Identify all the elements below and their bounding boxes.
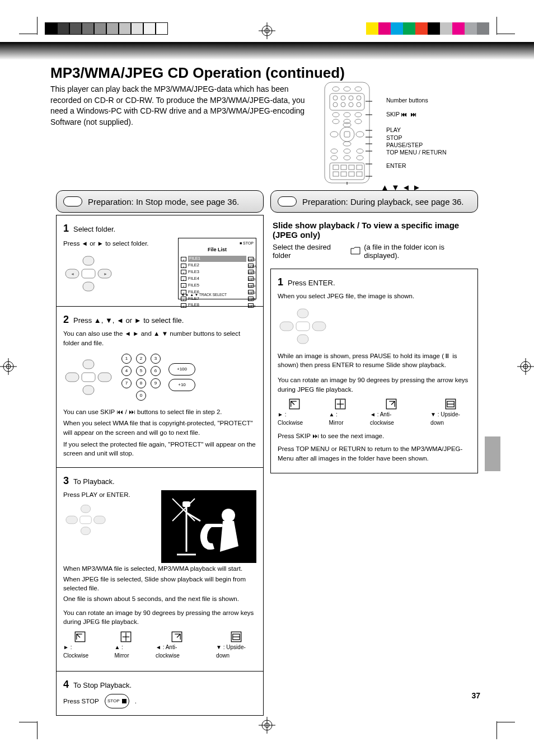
plus-100-button: +100	[168, 363, 195, 375]
svg-rect-97	[280, 322, 293, 331]
registration-mark-icon	[0, 358, 17, 375]
right-frame: 1Press ENTER. When you select JPEG file,…	[270, 269, 478, 473]
svg-point-21	[333, 96, 338, 100]
left-header: Preparation: In Stop mode, see page 36.	[56, 190, 264, 213]
svg-point-34	[355, 119, 362, 124]
svg-point-24	[357, 96, 361, 100]
remote-label-play: PLAY	[386, 126, 401, 134]
svg-text:◄: ◄	[71, 272, 74, 276]
rotate-icon: ◄ : Anti-clockwise	[370, 398, 413, 427]
right-column: Preparation: During playback, see page 3…	[270, 190, 478, 716]
content-columns: Preparation: In Stop mode, see page 36. …	[56, 190, 478, 716]
number-keypad-icon: 1234567890	[121, 353, 161, 402]
svg-rect-48	[333, 165, 339, 170]
rotate-icon: ▼ : Upside-down	[216, 631, 256, 660]
svg-rect-89	[94, 516, 106, 524]
svg-point-19	[355, 87, 362, 91]
svg-point-29	[332, 112, 339, 117]
svg-rect-95	[297, 309, 308, 318]
svg-point-23	[349, 96, 353, 100]
svg-point-18	[344, 87, 350, 91]
step-1: 1Select folder. ■ STOP File List ♪FILE1M…	[57, 215, 263, 307]
svg-point-40	[343, 142, 351, 146]
svg-point-45	[344, 156, 350, 160]
svg-rect-73	[83, 386, 94, 395]
svg-rect-50	[349, 165, 354, 170]
dpad-icon	[278, 307, 328, 346]
svg-point-41	[331, 149, 338, 153]
remote-label-topmenu: TOP MENU / RETURN	[386, 149, 447, 156]
svg-rect-72	[83, 360, 94, 369]
left-column: Preparation: In Stop mode, see page 36. …	[56, 190, 264, 716]
svg-point-78	[222, 509, 235, 522]
svg-point-39	[343, 123, 351, 127]
svg-rect-54	[349, 172, 354, 176]
registration-mark-icon	[517, 358, 534, 375]
right-intro: Slide show playback / To view a specific…	[270, 215, 478, 269]
rotate-icon: ◄ : Anti-clockwise	[156, 631, 198, 660]
svg-rect-36	[344, 132, 350, 137]
header-gradient	[0, 42, 534, 60]
svg-rect-87	[81, 527, 90, 535]
left-frame: 1Select folder. ■ STOP File List ♪FILE1M…	[56, 215, 264, 716]
crop-mark	[37, 721, 38, 739]
right-header: Preparation: During playback, see page 3…	[270, 190, 478, 213]
svg-point-37	[330, 132, 338, 137]
thumb-tab	[485, 436, 500, 471]
svg-rect-65	[83, 256, 94, 265]
crop-mark	[497, 722, 515, 722]
pill-icon	[63, 196, 82, 206]
svg-rect-76	[82, 373, 95, 382]
svg-rect-51	[357, 165, 362, 170]
right-header-text: Preparation: During playback, see page 3…	[302, 197, 464, 206]
color-swatches	[366, 22, 489, 35]
svg-rect-96	[297, 335, 308, 344]
crop-mark	[497, 34, 515, 34]
remote-label-pause: PAUSE/STEP	[386, 142, 423, 149]
crop-mark	[496, 721, 497, 739]
svg-point-31	[355, 112, 362, 117]
left-header-text: Preparation: In Stop mode, see page 36.	[88, 197, 239, 206]
crop-mark	[19, 722, 37, 722]
pill-icon	[278, 196, 297, 206]
step-4: 4To Stop Playback. Press STOP STOP .	[57, 672, 263, 715]
registration-mark-icon	[259, 717, 275, 734]
svg-rect-98	[312, 322, 326, 331]
rotate-icon: ▲ : Mirror	[114, 631, 138, 660]
svg-rect-86	[81, 505, 90, 513]
svg-point-30	[344, 112, 350, 117]
svg-point-46	[357, 156, 363, 160]
svg-point-44	[331, 156, 338, 160]
remote-label-skip: SKIP ⏮ ⏭	[386, 111, 417, 118]
rotate-icon: ▲ : Mirror	[329, 398, 352, 427]
step-2: 2Press ▲, ▼, ◄ or ► to select file. You …	[57, 307, 263, 468]
section-subtitle: This player can play back the MP3/WMA/JP…	[50, 84, 308, 128]
svg-point-32	[332, 119, 339, 124]
svg-point-17	[332, 87, 339, 91]
svg-rect-49	[341, 165, 346, 170]
svg-point-22	[341, 96, 345, 100]
remote-label-stop: STOP	[386, 134, 402, 142]
svg-point-28	[357, 102, 361, 107]
remote-label-number: Number buttons	[386, 97, 428, 104]
dpad-icon: ◄►	[63, 254, 114, 293]
remote-label-enter: ENTER	[386, 162, 406, 170]
svg-rect-74	[65, 373, 79, 382]
svg-point-43	[357, 149, 363, 153]
stop-button-icon: STOP	[105, 694, 129, 708]
rotate-icons-row: ► : Clockwise▲ : Mirror◄ : Anti-clockwis…	[278, 398, 471, 427]
grayscale-swatches	[45, 22, 168, 35]
skip-prev-next-icon: ⏮ ⏭	[401, 111, 417, 118]
svg-rect-99	[296, 322, 310, 331]
svg-point-35	[340, 127, 354, 142]
plus-10-button: +10	[168, 379, 195, 391]
crop-mark	[37, 17, 38, 35]
section-title: MP3/WMA/JPEG CD Operation (continued)	[50, 64, 345, 82]
svg-rect-66	[83, 282, 94, 291]
folder-icon	[350, 247, 360, 256]
svg-point-26	[341, 102, 345, 107]
crop-mark	[19, 34, 37, 34]
svg-rect-75	[98, 373, 111, 382]
svg-point-38	[356, 132, 364, 137]
page-number: 37	[471, 691, 480, 700]
